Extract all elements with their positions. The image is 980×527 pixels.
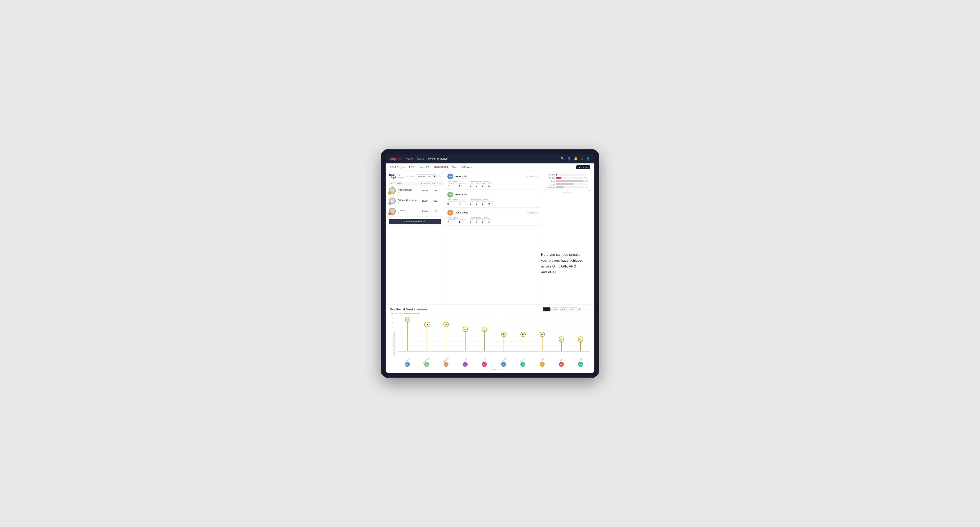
- bubble-0: 7x: [405, 317, 410, 322]
- svg-marker-3: [579, 308, 581, 310]
- y-tick-7: 7: [392, 317, 393, 319]
- arg-group-1: ARG 0: [482, 183, 486, 187]
- y-tick-3: 3: [392, 336, 393, 337]
- sub-nav: PGAT Players PGA Hcaps 1-5 Team Clippd T…: [386, 163, 594, 171]
- putt-group-2: PUTT 0: [488, 201, 493, 205]
- lollipop-chart-container: Best Streak, Fairway Accuracy: [390, 317, 590, 370]
- left-panel: Team Clippd 14 Players ✏ Show Last 3 mon…: [386, 171, 444, 305]
- player-row-2[interactable]: EC 2 Edward Crossman ♥ 18/20 107: [386, 196, 444, 206]
- settings-icon[interactable]: ⚙: [581, 157, 584, 160]
- edit-icon[interactable]: ✏: [406, 175, 408, 178]
- player-avg-2: 107: [430, 200, 441, 202]
- bar-track-double: [556, 186, 584, 189]
- player-row-3[interactable]: C 3 Cameron... ♥ 17/20 103: [386, 206, 444, 217]
- card-stats-1: Total Rounds Tournament 7 Practice 6: [447, 181, 538, 187]
- bar-row-double: D. Bogeys + 131: [544, 186, 591, 189]
- bar-chart: Eagles 3 Birdies 96: [544, 173, 591, 189]
- player-card-3: JC Josh Coles 26 Aug 2023 Total Rounds T…: [444, 208, 541, 226]
- avatar-nav[interactable]: 👤: [586, 157, 590, 160]
- streak-btn-app[interactable]: APP: [552, 307, 559, 311]
- app-label-2: APP: [476, 201, 479, 203]
- annotation-line3: across OTT, APP, ARG: [541, 264, 583, 269]
- chart-axis-200: 200: [565, 189, 568, 191]
- total-rounds-group-1: Total Rounds Tournament 7 Practice 6: [447, 181, 466, 187]
- card-avatar-3: JC: [447, 210, 453, 216]
- search-icon[interactable]: 🔍: [561, 157, 565, 160]
- practice-activities-group-1: Total Practice Activities OTT 0 APP 0: [470, 181, 493, 187]
- nav-teams[interactable]: Teams: [417, 157, 424, 160]
- user-icon[interactable]: 👤: [567, 157, 571, 160]
- card-stats-2: Total Rounds Tournament 8 Practice 4: [447, 199, 538, 205]
- avatar-lollipop-1: BM: [424, 362, 429, 367]
- tournament-group-1: Tournament 7: [447, 183, 457, 187]
- streak-btn-putt[interactable]: PUTT: [570, 307, 578, 311]
- col-pb-score: PB SCORE: [419, 182, 430, 184]
- view-leaderboard-button[interactable]: View Full Leaderboard: [389, 219, 441, 224]
- chart-footer: 0 200 400: [544, 189, 591, 191]
- total-rounds-label-3: Total Rounds: [447, 217, 466, 219]
- bar-fill-bogeys: [556, 183, 573, 185]
- ott-value-1: 0: [470, 184, 473, 187]
- card-date-3: 26 Aug 2023: [527, 211, 538, 214]
- practice-label-2: Practice: [459, 201, 465, 203]
- stem-9: [580, 342, 581, 351]
- bar-row-bogeys: Bogeys 311: [544, 183, 591, 185]
- arg-label-3: ARG: [482, 219, 486, 221]
- nav-home[interactable]: Home: [406, 157, 413, 160]
- avatar-lollipop-8: RB: [559, 362, 564, 367]
- main-content: Team Clippd 14 Players ✏ Show Last 3 mon…: [386, 171, 594, 305]
- subnav-pga[interactable]: PGA: [409, 166, 414, 169]
- y-axis-label: Best Streak, Fairway Accuracy: [393, 332, 395, 355]
- nav-my-performance[interactable]: My Performance: [428, 157, 447, 160]
- practice-activities-label-1: Total Practice Activities: [470, 181, 493, 183]
- total-rounds-label-2: Total Rounds: [447, 199, 466, 201]
- y-tick-5: 5: [392, 326, 393, 328]
- streak-btn-ott[interactable]: OTT: [543, 307, 550, 311]
- avatar-lollipop-6: DF: [520, 362, 525, 367]
- rounds-sub-2: Tournament 8 Practice 4: [447, 201, 466, 205]
- putt-value-3: 1: [488, 221, 493, 223]
- subnav-hcaps[interactable]: Hcaps 1-5: [418, 166, 429, 169]
- stem-7: [542, 337, 542, 351]
- bar-row-birdies: Birdies 96: [544, 177, 591, 179]
- add-team-button[interactable]: Add Team: [576, 165, 590, 169]
- bar-fill-birdies: [556, 177, 562, 179]
- player-score-1: 19/20: [419, 189, 430, 192]
- subnav-pgat[interactable]: PGAT Players: [390, 166, 405, 169]
- logo: clippd: [390, 157, 401, 161]
- player-info-1: Richard Butler ♥: [398, 189, 419, 193]
- bell-icon[interactable]: 🔔: [574, 157, 578, 160]
- total-rounds-group-2: Total Rounds Tournament 8 Practice 4: [447, 199, 466, 205]
- y-tick-4: 4: [392, 331, 393, 333]
- practice-activities-label-2: Total Practice Activities: [470, 199, 493, 201]
- ott-group-1: OTT 0: [470, 183, 473, 187]
- stem-0: [407, 322, 408, 351]
- rounds-sub-3: Tournament 7 Practice 2: [447, 219, 466, 223]
- svg-marker-1: [426, 309, 428, 310]
- period-select[interactable]: Last 3 months: [416, 174, 437, 178]
- card-name-2: Rees Britt: [455, 193, 467, 196]
- practice-value-1: 6: [459, 184, 465, 187]
- avatar-row: EEBMDBJCRBECDFMMRBCQ: [398, 361, 590, 368]
- player-list-header: PLAYER NAME PB SCORE PB AVG SQ: [386, 181, 444, 186]
- player-name-3: Cameron...: [398, 209, 419, 212]
- total-rounds-label-1: Total Rounds: [447, 181, 466, 183]
- subnav-tour[interactable]: Tour: [452, 166, 457, 169]
- avatar-lollipop-3: JC: [463, 362, 468, 367]
- arg-value-3: 0: [482, 221, 486, 223]
- rank-badge-3: 3: [388, 212, 391, 215]
- streak-btn-arg[interactable]: ARG: [560, 307, 568, 311]
- grid-view-icon[interactable]: ⊞: [438, 174, 442, 178]
- player-row-1[interactable]: RB 1 Richard Butler ♥ 19/20 110: [386, 186, 444, 196]
- avatar-lollipop-9: CQ: [578, 362, 583, 367]
- app-group-3: APP 0: [476, 219, 479, 223]
- bar-label-pars: Pars: [544, 180, 556, 182]
- app-value-2: 0: [476, 203, 479, 205]
- arg-group-3: ARG 0: [482, 219, 486, 223]
- lollipop-5: 4x: [501, 332, 506, 351]
- card-header-3: JC Josh Coles 26 Aug 2023: [447, 210, 538, 216]
- bar-count-pars: 499: [584, 180, 591, 182]
- subnav-team-clippd[interactable]: Team Clippd: [434, 165, 448, 169]
- subnav-all-players[interactable]: All Players: [461, 166, 473, 169]
- player-info-3: Cameron... ♥: [398, 209, 419, 214]
